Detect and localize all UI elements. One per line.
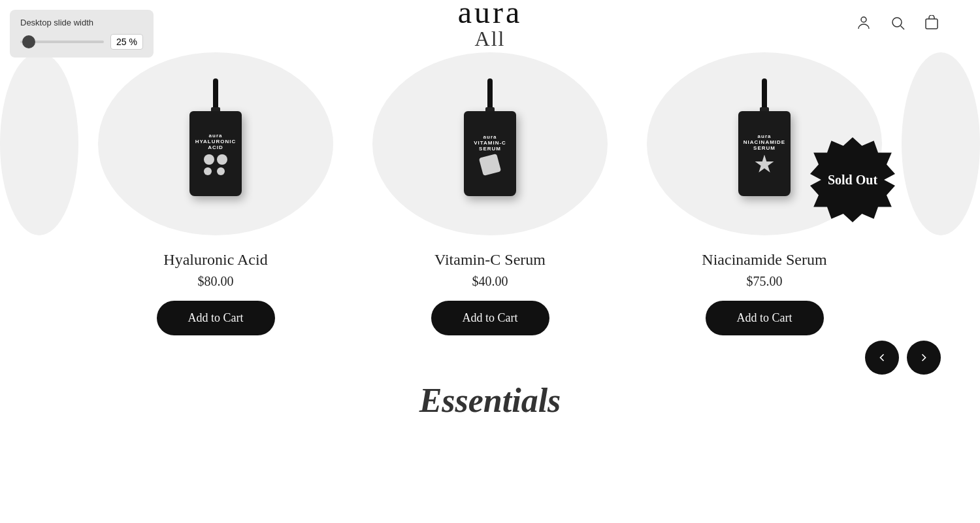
products-grid: auraHYALURONIC ACID Hyaluronic Acid $80.… bbox=[39, 52, 941, 335]
nav-right bbox=[855, 14, 941, 32]
product-name-3: Niacinamide Serum bbox=[702, 251, 826, 269]
product-image-2: auraVITAMIN-C SERUM bbox=[372, 52, 608, 235]
cart-icon[interactable] bbox=[923, 14, 941, 32]
brand-name: aura bbox=[458, 0, 523, 28]
body-1: auraHYALURONIC ACID bbox=[189, 111, 242, 196]
nav-arrows bbox=[865, 341, 941, 375]
sold-out-badge: Sold Out bbox=[810, 137, 895, 222]
bottle-label-2: auraVITAMIN-C SERUM bbox=[464, 134, 516, 152]
body-3: auraNIACINAMIDE SERUM bbox=[738, 111, 791, 196]
dropper-3 bbox=[762, 78, 767, 111]
partial-circle-right bbox=[902, 52, 980, 235]
slide-control-label: Desktop slide width bbox=[20, 18, 143, 27]
slide-value-box: 25 % bbox=[110, 34, 143, 50]
slider-track[interactable] bbox=[20, 41, 104, 43]
dropper-2 bbox=[487, 78, 493, 111]
bottle-1: auraHYALURONIC ACID bbox=[183, 78, 248, 209]
slide-value: 25 bbox=[116, 37, 127, 47]
product-price-2: $40.00 bbox=[472, 274, 508, 289]
svg-point-0 bbox=[861, 17, 866, 22]
slide-control-panel: Desktop slide width 25 % bbox=[10, 10, 154, 58]
icon-3 bbox=[755, 155, 774, 175]
svg-line-2 bbox=[901, 26, 905, 30]
product-card-1: auraHYALURONIC ACID Hyaluronic Acid $80.… bbox=[78, 52, 353, 335]
product-name-1: Hyaluronic Acid bbox=[163, 251, 267, 269]
prev-arrow[interactable] bbox=[865, 341, 899, 375]
logo: aura All bbox=[458, 0, 523, 49]
partial-right bbox=[902, 52, 941, 235]
search-icon[interactable] bbox=[889, 14, 907, 32]
slider-thumb[interactable] bbox=[22, 35, 35, 48]
bottle-label-3: auraNIACINAMIDE SERUM bbox=[738, 133, 791, 151]
partial-left bbox=[39, 52, 78, 235]
body-2: auraVITAMIN-C SERUM bbox=[464, 111, 516, 196]
add-to-cart-1[interactable]: Add to Cart bbox=[157, 301, 275, 335]
bottle-2: auraVITAMIN-C SERUM bbox=[457, 78, 523, 209]
add-to-cart-2[interactable]: Add to Cart bbox=[431, 301, 549, 335]
icon-1 bbox=[204, 154, 227, 175]
product-image-3: auraNIACINAMIDE SERUM Sold Out bbox=[647, 52, 882, 235]
slide-unit: % bbox=[129, 37, 137, 47]
svg-point-1 bbox=[892, 18, 902, 27]
product-card-3: auraNIACINAMIDE SERUM Sold Out Niacinami… bbox=[627, 52, 902, 335]
products-section: auraHYALURONIC ACID Hyaluronic Acid $80.… bbox=[0, 46, 980, 335]
essentials-section: Essentials bbox=[0, 335, 980, 420]
icon-2 bbox=[481, 156, 499, 174]
partial-circle-left bbox=[0, 52, 78, 235]
bottle-label-1: auraHYALURONIC ACID bbox=[189, 133, 242, 150]
dropper-1 bbox=[213, 78, 218, 111]
product-name-2: Vitamin-C Serum bbox=[434, 251, 546, 269]
product-price-3: $75.00 bbox=[747, 274, 783, 289]
bottle-3: auraNIACINAMIDE SERUM bbox=[732, 78, 797, 209]
add-to-cart-3[interactable]: Add to Cart bbox=[706, 301, 824, 335]
account-icon[interactable] bbox=[855, 14, 873, 32]
next-arrow[interactable] bbox=[907, 341, 941, 375]
product-price-1: $80.00 bbox=[198, 274, 234, 289]
product-card-2: auraVITAMIN-C SERUM Vitamin-C Serum $40.… bbox=[353, 52, 627, 335]
svg-rect-3 bbox=[926, 19, 938, 29]
essentials-title: Essentials bbox=[0, 381, 980, 420]
product-image-1: auraHYALURONIC ACID bbox=[98, 52, 333, 235]
